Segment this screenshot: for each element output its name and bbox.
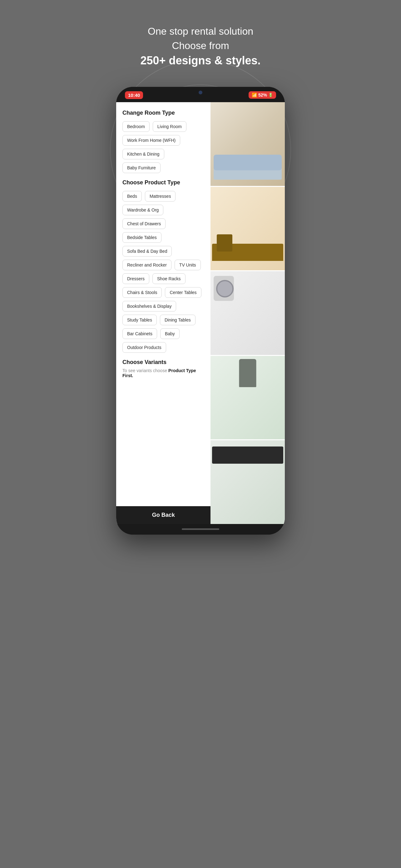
battery-percent: 52% [258, 92, 267, 97]
product-image-bed [210, 187, 285, 272]
chip-chest-drawers[interactable]: Chest of Drawers [123, 218, 166, 229]
phone-bottom [116, 524, 285, 535]
phone-frame: 10:40 📶 52% 🔋 Change Room Type Bedroom L… [116, 87, 285, 535]
product-type-title: Choose Product Type [123, 179, 204, 186]
room-type-chips: Bedroom Living Room Work From Home (WFH)… [123, 121, 204, 173]
bed-image [210, 187, 285, 271]
tv-image [210, 440, 285, 524]
chip-bedside-tables[interactable]: Bedside Tables [123, 232, 162, 243]
page-wrapper: One stop rental solution Choose from 250… [100, 0, 301, 547]
variants-subtitle-text: To see variants choose [123, 368, 168, 373]
room-type-section: Change Room Type Bedroom Living Room Wor… [123, 110, 204, 173]
chip-wfh[interactable]: Work From Home (WFH) [123, 135, 180, 146]
chip-bar-cabinets[interactable]: Bar Cabinets [123, 329, 157, 339]
chip-kitchen-dining[interactable]: Kitchen & Dining [123, 149, 164, 159]
go-back-button[interactable]: Go Back [122, 512, 205, 518]
chip-sofa-bed[interactable]: Sofa Bed & Day Bed [123, 246, 172, 256]
room-type-title: Change Room Type [123, 110, 204, 116]
chip-study-tables[interactable]: Study Tables [123, 315, 157, 325]
go-back-bar: Go Back [116, 506, 210, 524]
chip-wardrobe[interactable]: Wardrobe & Org [123, 205, 163, 215]
variants-title: Choose Variants [123, 359, 204, 366]
hero-section: One stop rental solution Choose from 250… [100, 12, 301, 87]
status-battery: 📶 52% 🔋 [248, 91, 276, 99]
sofa-image [210, 102, 285, 186]
variants-subtitle: To see variants choose Product Type Firs… [123, 368, 204, 378]
status-notch [179, 87, 222, 97]
signal-icon: 📶 [252, 92, 257, 97]
status-time: 10:40 [125, 91, 143, 99]
phone-content: Change Room Type Bedroom Living Room Wor… [116, 102, 285, 524]
hero-line1: One stop rental solution [113, 25, 288, 38]
fridge-image [210, 356, 285, 440]
chip-dining-tables[interactable]: Dining Tables [160, 315, 196, 325]
left-panel: Change Room Type Bedroom Living Room Wor… [116, 102, 210, 524]
chip-outdoor[interactable]: Outdoor Products [123, 342, 166, 353]
chip-center-tables[interactable]: Center Tables [165, 287, 201, 298]
chip-bookshelves[interactable]: Bookshelves & Display [123, 301, 176, 312]
chip-recliner[interactable]: Recliner and Rocker [123, 260, 171, 270]
right-panel [210, 102, 285, 524]
chip-mattresses[interactable]: Mattresses [145, 191, 175, 202]
chip-dressers[interactable]: Dressers [123, 273, 149, 284]
camera-dot [199, 91, 202, 94]
product-image-washer [210, 271, 285, 356]
chip-chairs-stools[interactable]: Chairs & Stools [123, 287, 162, 298]
washer-image [210, 271, 285, 355]
product-image-sofa [210, 102, 285, 187]
hero-line2: Choose from [113, 39, 288, 53]
chip-tv-units[interactable]: TV Units [175, 260, 201, 270]
chip-shoe-racks[interactable]: Shoe Racks [153, 273, 185, 284]
product-image-tv [210, 440, 285, 524]
variants-section: Choose Variants To see variants choose P… [123, 359, 204, 378]
status-bar: 10:40 📶 52% 🔋 [116, 87, 285, 102]
chip-baby[interactable]: Baby [160, 329, 179, 339]
chip-beds[interactable]: Beds [123, 191, 142, 202]
product-type-chips: Beds Mattresses Wardrobe & Org Chest of … [123, 191, 204, 353]
chip-living-room[interactable]: Living Room [153, 121, 187, 132]
chip-bedroom[interactable]: Bedroom [123, 121, 149, 132]
home-indicator [182, 528, 219, 530]
battery-icon: 🔋 [268, 93, 273, 97]
product-image-fridge [210, 356, 285, 440]
chip-baby-furniture[interactable]: Baby Furniture [123, 162, 161, 173]
hero-line3: 250+ designs & styles. [113, 54, 288, 68]
product-type-section: Choose Product Type Beds Mattresses Ward… [123, 179, 204, 353]
